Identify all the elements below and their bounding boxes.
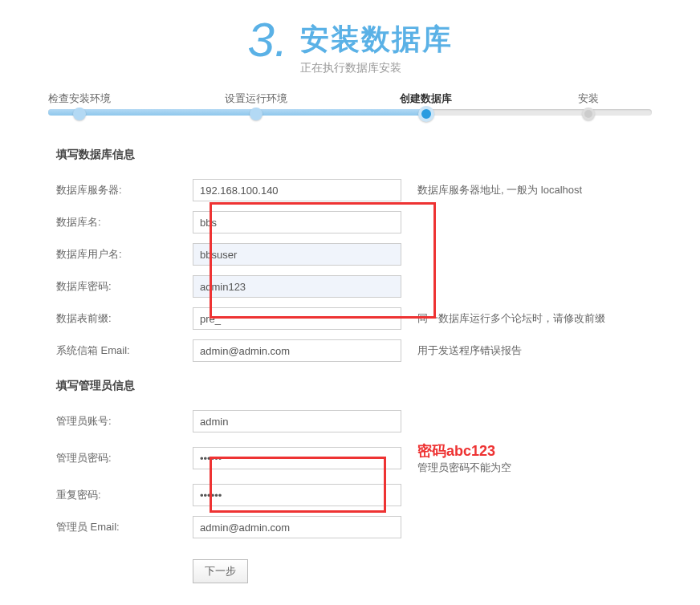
step-3-label: 创建数据库 <box>400 91 452 106</box>
step-2-dot <box>250 108 262 120</box>
form: 填写数据库信息 数据库服务器: 数据库服务器地址, 一般为 localhost … <box>0 148 700 605</box>
step-1-label: 检查安装环境 <box>48 91 111 106</box>
db-email-label: 系统信箱 Email: <box>56 343 193 358</box>
step-4-label: 安装 <box>578 91 599 106</box>
admin-account-input[interactable] <box>193 410 401 432</box>
db-server-input[interactable] <box>193 179 401 201</box>
admin-section-title: 填写管理员信息 <box>56 379 644 393</box>
step-2-label: 设置运行环境 <box>225 91 287 106</box>
step-1-dot <box>73 108 86 120</box>
db-server-label: 数据库服务器: <box>56 183 193 197</box>
password-annotation: 密码abc123 <box>417 443 495 459</box>
db-user-input[interactable] <box>193 243 401 266</box>
db-prefix-input[interactable] <box>193 307 401 330</box>
page-title: 安装数据库 <box>300 20 453 59</box>
page-header: 3. 安装数据库 正在执行数据库安装 <box>0 0 700 83</box>
admin-email-input[interactable] <box>193 516 401 538</box>
db-name-label: 数据库名: <box>56 215 193 229</box>
db-email-hint: 用于发送程序错误报告 <box>401 343 644 358</box>
db-email-input[interactable] <box>193 339 401 362</box>
db-user-label: 数据库用户名: <box>56 247 193 262</box>
admin-email-label: 管理员 Email: <box>56 520 193 534</box>
db-prefix-hint: 同一数据库运行多个论坛时，请修改前缀 <box>401 311 644 326</box>
admin-password2-label: 重复密码: <box>56 488 193 502</box>
installer-page: 3. 安装数据库 正在执行数据库安装 检查安装环境 设置运行环境 创建数据库 安… <box>0 0 700 605</box>
admin-password-hint: 管理员密码不能为空 <box>417 461 511 473</box>
db-password-label: 数据库密码: <box>56 279 193 294</box>
next-button[interactable]: 下一步 <box>193 559 248 583</box>
admin-account-label: 管理员账号: <box>56 414 193 428</box>
page-subtitle: 正在执行数据库安装 <box>300 61 453 75</box>
admin-password-label: 管理员密码: <box>56 451 193 465</box>
db-name-input[interactable] <box>193 211 401 233</box>
db-prefix-label: 数据表前缀: <box>56 311 193 326</box>
db-section-title: 填写数据库信息 <box>56 148 644 162</box>
progress-bar: 检查安装环境 设置运行环境 创建数据库 安装 <box>24 91 676 124</box>
step-number: 3. <box>247 16 287 64</box>
step-3-dot <box>418 106 434 122</box>
admin-password2-input[interactable] <box>193 484 401 506</box>
db-password-input[interactable] <box>193 275 401 298</box>
db-server-hint: 数据库服务器地址, 一般为 localhost <box>401 183 644 197</box>
step-4-dot <box>582 108 595 120</box>
admin-password-input[interactable] <box>193 447 401 469</box>
